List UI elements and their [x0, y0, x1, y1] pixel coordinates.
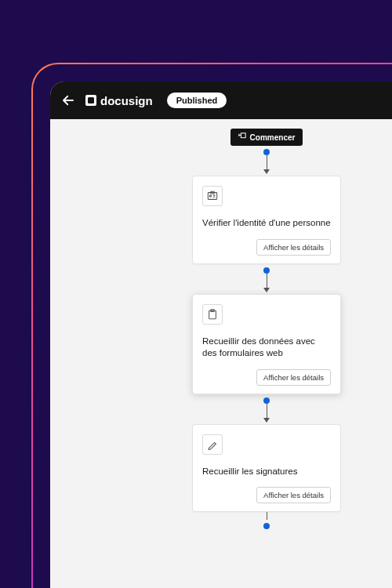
node-dot [263, 397, 270, 404]
show-details-button[interactable]: Afficher les détails [256, 239, 331, 256]
node-dot [263, 523, 270, 529]
step-title: Vérifier l'identité d'une personne [202, 217, 331, 230]
app-window: docusign Published Commencer [50, 82, 392, 588]
show-details-button[interactable]: Afficher les détails [256, 369, 331, 386]
status-badge: Published [167, 93, 227, 108]
device-frame: docusign Published Commencer [31, 63, 392, 588]
start-label: Commencer [250, 133, 296, 142]
connector [263, 512, 270, 529]
connector [263, 264, 270, 294]
brand-logo: docusign [85, 94, 153, 107]
svg-rect-2 [88, 97, 94, 103]
connector [263, 394, 270, 424]
clipboard-icon [202, 304, 223, 325]
device-frame-inner: docusign Published Commencer [33, 64, 392, 588]
topbar: docusign Published [50, 82, 392, 119]
svg-rect-3 [241, 133, 245, 138]
step-title: Recueillir les signatures [202, 466, 331, 478]
docusign-mark-icon [85, 94, 97, 107]
step-title: Recueillir des données avec des formulai… [202, 336, 331, 360]
connector [263, 146, 270, 176]
svg-point-8 [209, 195, 211, 197]
pen-icon [202, 434, 223, 455]
node-dot [263, 149, 270, 155]
start-icon [238, 132, 246, 142]
brand-name: docusign [100, 94, 153, 107]
show-details-button[interactable]: Afficher les détails [256, 487, 331, 503]
node-dot [263, 267, 270, 274]
start-node[interactable]: Commencer [230, 129, 303, 146]
workflow-step-card[interactable]: Recueillir des données avec des formulai… [192, 294, 341, 394]
workflow-step-card[interactable]: Vérifier l'identité d'une personne Affic… [192, 176, 341, 264]
workflow-step-card[interactable]: Recueillir les signatures Afficher les d… [192, 424, 341, 513]
workflow-canvas[interactable]: Commencer Vérifier l'identité d'une pers… [50, 119, 392, 588]
back-button[interactable] [61, 93, 75, 107]
id-card-icon [202, 186, 223, 206]
